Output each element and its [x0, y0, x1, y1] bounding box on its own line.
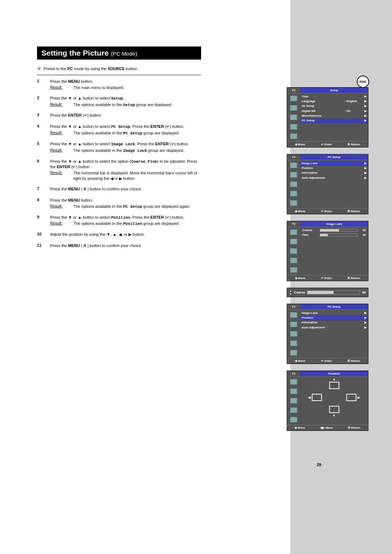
coarse-row: Coarse50 — [300, 228, 368, 232]
osd-row: Position▶ — [300, 315, 368, 320]
osd-row: AV Setup▶ — [300, 104, 368, 109]
osd-row: Image Lock▶ — [300, 311, 368, 315]
osd-coarse-bar: ▲▼ Coarse 50 — [287, 288, 368, 297]
osd-row: Position▶ — [300, 166, 368, 170]
up-arrow-icon: ▲ — [332, 377, 336, 381]
fine-slider — [320, 234, 358, 236]
step-4: Press the ▼ or ▲ button to select PC Set… — [37, 124, 201, 136]
osd-side-icons — [287, 93, 300, 141]
osd-position: TVPosition ▲ ◀ ▶ ▼ ◆ Move◀▶ MoveⅢ Return — [287, 371, 368, 431]
preset-text: Preset to the PC mode by using the SOURC… — [44, 66, 138, 71]
osd-row: Language: English▶ — [300, 99, 368, 104]
osd-image-lock: TVImage Lock Coarse50 Fine20 ◆ Move↵ Ent… — [287, 221, 368, 281]
position-control: ▲ ◀ ▶ ▼ — [300, 377, 368, 418]
osd-setup: TVSetup Time▶Language: English▶AV Setup▶… — [287, 87, 368, 147]
osd-pc-setup-2: TVPC Setup Image Lock▶Position▶Informati… — [287, 304, 368, 364]
step-7: Press the MENU ( Ⅲ ) button to confirm y… — [37, 186, 201, 193]
step-11: Press the MENU ( Ⅲ ) button to confirm y… — [37, 243, 201, 249]
left-control: ◀ — [308, 394, 322, 401]
step-3: Press the ENTER (↵) button. — [37, 113, 201, 119]
osd-pc-setup: TVPC Setup Image Lock▶Position▶Informati… — [287, 154, 368, 214]
step-9: Press the ▼ or ▲ button to select Positi… — [37, 215, 201, 227]
step-5: Press the ▼ or ▲ button to select Image … — [37, 141, 201, 154]
mini-slider — [307, 291, 360, 294]
step-2: Press the ▼ or ▲ button to select Setup.… — [37, 96, 201, 108]
title-mode: (PC Mode) — [111, 50, 137, 57]
osd-row: Auto Adjustment▶ — [300, 175, 368, 180]
osd-setup-list: Time▶Language: English▶AV Setup▶Digital … — [300, 93, 368, 141]
steps-list: Press the MENU button. Result:The main m… — [37, 79, 201, 249]
coarse-slider — [320, 229, 358, 232]
osd-row: Image Lock▶ — [300, 161, 368, 166]
fine-row: Fine20 — [300, 232, 368, 237]
page-number: 29 — [317, 462, 321, 467]
tv-icon — [329, 406, 339, 413]
osd-row: Information▶ — [300, 320, 368, 325]
osd-row: Digital NR: On▶ — [300, 109, 368, 113]
down-arrow-icon: ▼ — [332, 414, 336, 417]
main-content: Setting the Picture (PC Mode) ➢ Preset t… — [37, 46, 201, 254]
osd-row: Miscellaneous▶ — [300, 114, 368, 118]
tv-icon — [329, 382, 339, 389]
title-text: Setting the Picture — [41, 49, 109, 57]
right-control: ▶ — [346, 394, 360, 401]
step-10: Adjust the position by using the ▼, ▲, ◀… — [37, 232, 201, 238]
osd-row: Time▶ — [300, 94, 368, 99]
osd-screenshots: TVSetup Time▶Language: English▶AV Setup▶… — [287, 87, 368, 437]
language-badge: ENG — [357, 76, 369, 88]
step-1: Press the MENU button. Result:The main m… — [37, 79, 201, 90]
osd-row: PC Setup▶ — [300, 118, 368, 123]
osd-row: Information▶ — [300, 171, 368, 175]
title-bar: Setting the Picture (PC Mode) — [37, 46, 201, 60]
step-8: Press the MENU button. Result:The option… — [37, 198, 201, 210]
step-6: Press the ▼ or ▲ button to select the op… — [37, 159, 201, 181]
page: ENG Setting the Picture (PC Mode) ➢ Pres… — [0, 0, 392, 554]
pointer-icon: ➢ — [37, 65, 41, 71]
osd-row: Auto Adjustment▶ — [300, 325, 368, 330]
preset-note: ➢ Preset to the PC mode by using the SOU… — [37, 63, 201, 75]
